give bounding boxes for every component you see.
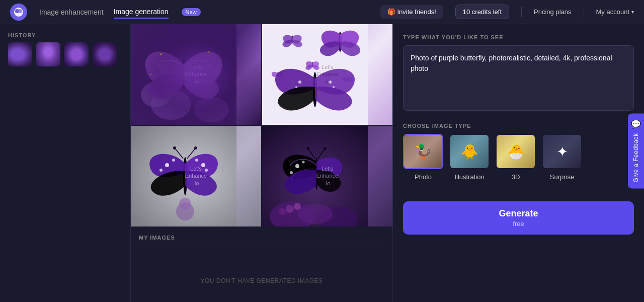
image-type-surprise-label: Surprise bbox=[550, 173, 574, 181]
credits-button[interactable]: 10 credits left bbox=[455, 5, 509, 19]
generated-image-1[interactable]: Let'sEnhance.io bbox=[131, 24, 261, 125]
panel-divider bbox=[403, 191, 634, 191]
header: Image enhancement Image generation New 🎁… bbox=[0, 0, 644, 24]
feedback-sidebar[interactable]: 💬 Give a Feedback bbox=[628, 113, 644, 188]
image-type-surprise[interactable]: ✦ Surprise bbox=[542, 134, 582, 181]
image-type-illustration-thumb: 🐥 bbox=[449, 134, 490, 169]
svg-point-2 bbox=[18, 9, 22, 13]
svg-point-6 bbox=[194, 97, 229, 122]
left-panel: HISTORY bbox=[0, 24, 131, 302]
svg-point-9 bbox=[208, 51, 210, 53]
svg-point-42 bbox=[286, 205, 294, 213]
image-type-photo-thumb: 🦆 bbox=[403, 134, 443, 169]
main-content: HISTORY bbox=[0, 24, 644, 302]
image-type-surprise-thumb: ✦ bbox=[542, 134, 582, 169]
image-grid: Let'sEnhance.io bbox=[131, 24, 392, 226]
generate-label: Generate bbox=[499, 208, 538, 219]
history-thumb-4[interactable] bbox=[93, 42, 117, 66]
my-images-label: MY IMAGES bbox=[139, 235, 384, 241]
invite-button[interactable]: 🎁 Invite friends! bbox=[380, 5, 443, 19]
generated-image-3[interactable]: Let'sEnhance.io bbox=[131, 126, 261, 226]
watermark-1: Let'sEnhance.io bbox=[185, 64, 207, 86]
generate-sub: free bbox=[513, 220, 524, 228]
image-type-grid: 🦆 Photo 🐥 Illustration bbox=[403, 134, 634, 181]
prompt-label: TYPE WHAT YOU'D LIKE TO SEE bbox=[403, 34, 634, 40]
image-type-label: CHOOSE IMAGE TYPE bbox=[403, 123, 634, 129]
image-type-3d-label: 3D bbox=[512, 173, 520, 181]
center-panel: Let'sEnhance.io bbox=[131, 24, 392, 302]
logo[interactable] bbox=[10, 4, 27, 21]
prompt-section: TYPE WHAT YOU'D LIKE TO SEE Photo of pur… bbox=[403, 34, 634, 113]
svg-point-52 bbox=[324, 147, 327, 150]
svg-rect-3 bbox=[131, 24, 236, 125]
svg-point-33 bbox=[173, 146, 176, 149]
svg-point-25 bbox=[165, 163, 169, 167]
svg-point-34 bbox=[194, 146, 197, 149]
svg-point-36 bbox=[179, 198, 191, 210]
svg-point-20 bbox=[295, 86, 297, 88]
generated-image-2[interactable]: Let'sEnhance.io bbox=[262, 24, 392, 125]
history-thumb-3[interactable] bbox=[64, 42, 89, 66]
feedback-chat-icon: 💬 bbox=[631, 119, 641, 129]
account-button[interactable]: My account ▾ bbox=[596, 8, 634, 16]
svg-point-47 bbox=[290, 171, 293, 174]
image-type-photo-label: Photo bbox=[415, 173, 432, 181]
pricing-link[interactable]: Pricing plans bbox=[534, 8, 571, 16]
new-badge: New bbox=[182, 8, 201, 16]
history-thumb-1[interactable] bbox=[8, 42, 32, 66]
svg-point-27 bbox=[159, 169, 163, 172]
image-type-photo[interactable]: 🦆 Photo bbox=[403, 134, 443, 181]
svg-point-4 bbox=[151, 90, 191, 120]
history-label: HISTORY bbox=[0, 24, 130, 42]
svg-point-10 bbox=[150, 74, 152, 76]
nav: Image enhancement Image generation New bbox=[39, 6, 201, 19]
svg-point-5 bbox=[141, 82, 171, 107]
image-type-illustration[interactable]: 🐥 Illustration bbox=[449, 134, 490, 181]
svg-point-30 bbox=[205, 169, 208, 172]
image-type-section: CHOOSE IMAGE TYPE 🦆 Photo 🐥 bbox=[403, 123, 634, 181]
image-type-3d-thumb: 🐣 bbox=[496, 134, 536, 169]
svg-point-28 bbox=[201, 163, 205, 167]
svg-point-51 bbox=[307, 147, 309, 150]
nav-image-generation[interactable]: Image generation bbox=[114, 6, 169, 19]
divider bbox=[139, 247, 384, 247]
svg-point-48 bbox=[302, 161, 305, 164]
history-thumbnails bbox=[0, 42, 130, 74]
nav-image-enhancement[interactable]: Image enhancement bbox=[39, 6, 104, 18]
svg-point-29 bbox=[195, 159, 198, 162]
right-panel: TYPE WHAT YOU'D LIKE TO SEE Photo of pur… bbox=[392, 24, 644, 302]
feedback-label: Give a Feedback bbox=[632, 133, 639, 182]
svg-point-8 bbox=[160, 53, 162, 55]
divider bbox=[521, 7, 522, 17]
prompt-textarea[interactable]: Photo of purple butterfly, photorealisti… bbox=[403, 45, 634, 111]
image-type-illustration-label: Illustration bbox=[454, 173, 484, 181]
svg-point-41 bbox=[297, 204, 333, 224]
svg-point-21 bbox=[333, 86, 335, 88]
svg-point-44 bbox=[279, 208, 286, 215]
svg-point-7 bbox=[182, 59, 186, 90]
no-images-text: YOU DON'T HAVE GENERATED IMAGES bbox=[139, 267, 384, 294]
image-type-3d[interactable]: 🐣 3D bbox=[496, 134, 536, 181]
svg-point-26 bbox=[172, 159, 175, 162]
generate-button[interactable]: Generate free bbox=[403, 201, 634, 235]
history-thumb-2[interactable] bbox=[36, 42, 60, 66]
svg-point-43 bbox=[294, 203, 301, 210]
divider2 bbox=[584, 7, 584, 17]
svg-point-46 bbox=[295, 164, 299, 168]
svg-point-18 bbox=[298, 81, 301, 84]
my-images-section: MY IMAGES YOU DON'T HAVE GENERATED IMAGE… bbox=[131, 226, 392, 302]
generated-image-4[interactable]: Let'sEnhance.io bbox=[262, 126, 392, 226]
chevron-down-icon: ▾ bbox=[631, 9, 634, 15]
sparkle-icon: ✦ bbox=[556, 143, 568, 160]
svg-point-19 bbox=[329, 81, 332, 84]
